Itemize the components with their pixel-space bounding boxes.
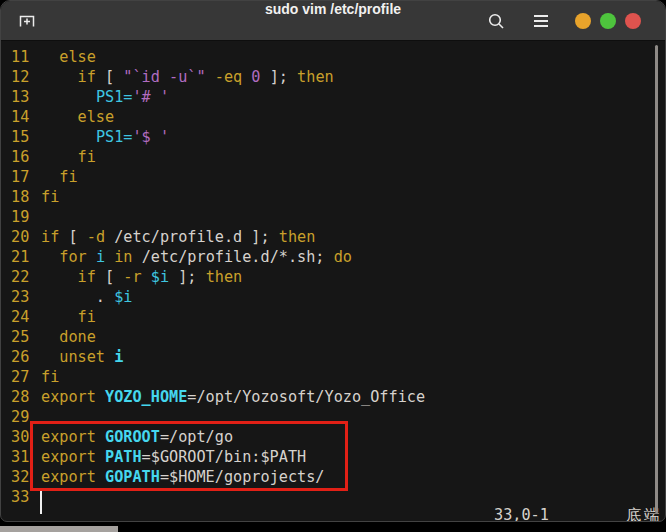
code-line: 22 if [ -r $i ]; then bbox=[11, 267, 425, 287]
line-number: 18 bbox=[11, 187, 41, 207]
cursor-position-ruler: 33,0-1 bbox=[494, 505, 549, 522]
line-number: 16 bbox=[11, 147, 41, 167]
line-number: 19 bbox=[11, 207, 41, 227]
code-line: 21 for i in /etc/profile.d/*.sh; do bbox=[11, 247, 425, 267]
close-button[interactable] bbox=[625, 13, 641, 29]
minimize-button[interactable] bbox=[575, 13, 591, 29]
line-number: 17 bbox=[11, 167, 41, 187]
code-line: 13 PS1='# ' bbox=[11, 87, 425, 107]
code-line: 16 fi bbox=[11, 147, 425, 167]
code-line: 27fi bbox=[11, 367, 425, 387]
code-line: 26 unset i bbox=[11, 347, 425, 367]
terminal-window: sudo vim /etc/profile 11 else12 if [ "`i… bbox=[0, 0, 666, 522]
titlebar[interactable]: sudo vim /etc/profile bbox=[1, 1, 665, 41]
line-number: 21 bbox=[11, 247, 41, 267]
code-line: 24 fi bbox=[11, 307, 425, 327]
scrollbar[interactable] bbox=[655, 45, 658, 513]
line-number: 20 bbox=[11, 227, 41, 247]
code-line: 14 else bbox=[11, 107, 425, 127]
code-line: 23 . $i bbox=[11, 287, 425, 307]
code-line: 28export YOZO_HOME=/opt/Yozosoft/Yozo_Of… bbox=[11, 387, 425, 407]
vim-statusline: 33,0-1 底端 bbox=[1, 505, 665, 522]
line-number: 13 bbox=[11, 87, 41, 107]
line-number: 15 bbox=[11, 127, 41, 147]
line-number: 22 bbox=[11, 267, 41, 287]
line-number: 23 bbox=[11, 287, 41, 307]
terminal-content: 11 else12 if [ "`id -u`" -eq 0 ]; then13… bbox=[1, 41, 665, 522]
red-annotation-box bbox=[30, 421, 348, 491]
line-number: 25 bbox=[11, 327, 41, 347]
maximize-button[interactable] bbox=[600, 13, 616, 29]
line-number: 26 bbox=[11, 347, 41, 367]
code-line: 20if [ -d /etc/profile.d ]; then bbox=[11, 227, 425, 247]
code-line: 18fi bbox=[11, 187, 425, 207]
code-line: 15 PS1='$ ' bbox=[11, 127, 425, 147]
code-line: 25 done bbox=[11, 327, 425, 347]
search-icon[interactable] bbox=[487, 12, 505, 30]
code-line: 17 fi bbox=[11, 167, 425, 187]
code-line: 12 if [ "`id -u`" -eq 0 ]; then bbox=[11, 67, 425, 87]
code-line: 11 else bbox=[11, 47, 425, 67]
line-number: 27 bbox=[11, 367, 41, 387]
line-number: 11 bbox=[11, 47, 41, 67]
menu-icon[interactable] bbox=[533, 14, 549, 28]
line-number: 28 bbox=[11, 387, 41, 407]
background-window-edge bbox=[0, 526, 118, 532]
line-number: 24 bbox=[11, 307, 41, 327]
line-number: 12 bbox=[11, 67, 41, 87]
line-number: 14 bbox=[11, 107, 41, 127]
code-line: 19 bbox=[11, 207, 425, 227]
